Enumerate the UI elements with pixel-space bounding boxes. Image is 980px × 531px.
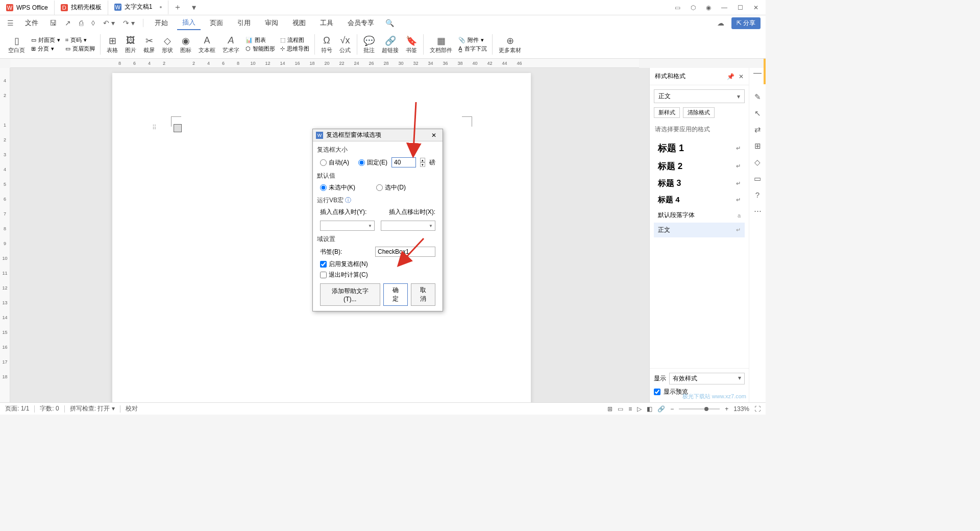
tab-wps-home[interactable]: W WPS Office — [0, 1, 55, 15]
user-icon[interactable]: ◉ — [704, 2, 713, 13]
help-text-button[interactable]: 添加帮助文字(T)... — [320, 283, 380, 306]
undo-icon[interactable]: ↶ ▾ — [101, 18, 117, 28]
style-heading3[interactable]: 标题 3↵ — [654, 175, 745, 192]
search-icon[interactable]: 🔍 — [383, 18, 396, 28]
cancel-button[interactable]: 取消 — [411, 283, 435, 306]
tab-document[interactable]: W 文字文稿1 • — [108, 1, 169, 15]
cube-icon[interactable]: ⬡ — [689, 2, 698, 13]
redo-icon[interactable]: ↷ ▾ — [121, 18, 137, 28]
menu-page[interactable]: 页面 — [205, 16, 228, 30]
gallery-icon[interactable]: ⊞ — [754, 141, 761, 151]
ribbon-chart[interactable]: 📊 图表 — [246, 36, 275, 44]
preview-checkbox[interactable] — [654, 389, 660, 395]
zoom-slider[interactable] — [679, 408, 720, 409]
menu-icon[interactable]: ☰ — [5, 18, 16, 28]
ribbon-iconlib[interactable]: ◉图标 — [177, 34, 194, 55]
more-icon[interactable]: ⋯ — [754, 206, 762, 215]
ruler-horizontal[interactable]: 8642246810121416182022242628303234363840… — [10, 59, 639, 68]
ribbon-textbox[interactable]: A文本框 — [195, 34, 218, 55]
ok-button[interactable]: 确定 — [383, 283, 408, 306]
fullscreen-icon[interactable]: ⛶ — [754, 405, 761, 413]
drag-handle-icon[interactable]: ⠿ — [152, 124, 157, 131]
menu-tools[interactable]: 工具 — [315, 16, 338, 30]
zoom-out-icon[interactable]: − — [670, 405, 674, 413]
edit-icon[interactable]: ✎ — [754, 92, 761, 102]
ribbon-screenshot[interactable]: ✂截屏 — [140, 34, 158, 55]
tab-add[interactable]: ＋ — [168, 2, 187, 13]
ribbon-blankpage[interactable]: ▯空白页 — [5, 34, 28, 55]
dialog-titlebar[interactable]: W 复选框型窗体域选项 ✕ — [313, 129, 443, 141]
tab-close[interactable]: • — [159, 3, 162, 11]
ribbon-symbol[interactable]: Ω符号 — [318, 34, 335, 55]
transfer-icon[interactable]: ⇄ — [754, 125, 761, 134]
current-style-select[interactable]: 正文 — [654, 89, 745, 103]
menu-start[interactable]: 开始 — [150, 16, 173, 30]
menu-member[interactable]: 会员专享 — [342, 16, 379, 30]
menu-view[interactable]: 视图 — [287, 16, 311, 30]
print-icon[interactable]: ⎙ — [77, 18, 85, 28]
style-heading4[interactable]: 标题 4↵ — [654, 192, 745, 208]
shapes-icon[interactable]: ◇ — [754, 158, 761, 167]
show-filter-select[interactable]: 有效样式 — [669, 373, 745, 384]
view-outline-icon[interactable]: ≡ — [628, 405, 632, 413]
checkbox-form-field[interactable] — [174, 124, 182, 132]
view-page-icon[interactable]: ▭ — [618, 405, 623, 413]
spell-check-status[interactable]: 拼写检查: 打开 ▾ — [70, 404, 115, 413]
style-heading2[interactable]: 标题 2↵ — [654, 157, 745, 175]
dialog-close-button[interactable]: ✕ — [428, 131, 439, 140]
size-spinner[interactable]: ▴▾ — [420, 158, 425, 167]
help-icon[interactable]: ? — [755, 190, 760, 199]
ribbon-hyperlink[interactable]: 🔗超链接 — [379, 34, 402, 55]
fixed-radio[interactable]: 固定(E) — [358, 158, 387, 167]
ribbon-dropcap[interactable]: A̲ 首字下沉 — [458, 45, 487, 53]
export-icon[interactable]: ↗ — [63, 18, 73, 28]
zoom-value[interactable]: 133% — [733, 405, 749, 413]
unchecked-radio[interactable]: 未选中(K) — [320, 183, 355, 192]
ribbon-bookmark[interactable]: 🔖书签 — [403, 34, 420, 55]
bookmark-input[interactable] — [375, 247, 435, 257]
page-indicator[interactable]: 页面: 1/1 — [5, 404, 29, 413]
view-read-icon[interactable]: ▷ — [637, 405, 642, 413]
ribbon-pagebreak[interactable]: ⊞ 分页 ▾ — [31, 45, 60, 53]
ribbon-shape[interactable]: ◇形状 — [159, 34, 176, 55]
proofread[interactable]: 校对 — [126, 404, 138, 413]
exit-macro-select[interactable] — [381, 221, 435, 231]
calc-exit-checkbox[interactable]: 退出时计算(C) — [317, 270, 438, 280]
style-default-font[interactable]: 默认段落字体a — [654, 208, 745, 223]
book-icon[interactable]: ▭ — [754, 174, 761, 183]
ribbon-wordart[interactable]: A艺术字 — [219, 34, 242, 55]
ribbon-mindmap[interactable]: ⊹ 思维导图 — [280, 45, 309, 53]
new-style-button[interactable]: 新样式 — [654, 107, 680, 118]
file-menu[interactable]: 文件 — [20, 16, 43, 30]
ribbon-smartart[interactable]: ⬡ 智能图形 — [246, 45, 275, 53]
ribbon-table[interactable]: ⊞表格 — [104, 34, 121, 55]
ribbon-picture[interactable]: 🖼图片 — [122, 34, 139, 55]
maximize-icon[interactable]: ☐ — [736, 2, 745, 13]
ribbon-docparts[interactable]: ▦文档部件 — [427, 34, 455, 55]
cloud-icon[interactable]: ☁ — [715, 18, 726, 28]
zoom-in-icon[interactable]: + — [725, 405, 728, 413]
minimize-icon[interactable]: — — [719, 2, 729, 13]
ribbon-flowchart[interactable]: ⬚ 流程图 — [280, 36, 309, 44]
view-web-icon[interactable]: ◧ — [647, 405, 652, 413]
pin-icon[interactable]: 📌 — [727, 73, 734, 80]
tab-dropdown[interactable]: ▾ — [187, 3, 201, 12]
share-button[interactable]: ⇱ 分享 — [731, 17, 761, 29]
select-icon[interactable]: ↖ — [754, 109, 761, 118]
entry-macro-select[interactable] — [320, 221, 375, 231]
view-grid-icon[interactable]: ⊞ — [607, 405, 612, 413]
menu-ref[interactable]: 引用 — [232, 16, 256, 30]
ribbon-formula[interactable]: √x公式 — [336, 34, 354, 55]
ribbon-cover[interactable]: ▭ 封面页 ▾ — [31, 36, 60, 44]
reader-icon[interactable]: ▭ — [673, 2, 682, 13]
ruler-vertical[interactable]: 42123456789101112131415161718 — [0, 68, 10, 403]
checked-radio[interactable]: 选中(D) — [376, 183, 406, 192]
ribbon-more[interactable]: ⊕更多素材 — [496, 34, 524, 55]
style-heading1[interactable]: 标题 1↵ — [654, 139, 745, 157]
menu-insert[interactable]: 插入 — [177, 16, 201, 30]
fixed-size-input[interactable] — [391, 157, 416, 167]
close-panel-icon[interactable]: ✕ — [739, 73, 744, 80]
auto-radio[interactable]: 自动(A) — [320, 158, 349, 167]
menu-review[interactable]: 审阅 — [260, 16, 283, 30]
preview-icon[interactable]: ◊ — [89, 18, 97, 28]
